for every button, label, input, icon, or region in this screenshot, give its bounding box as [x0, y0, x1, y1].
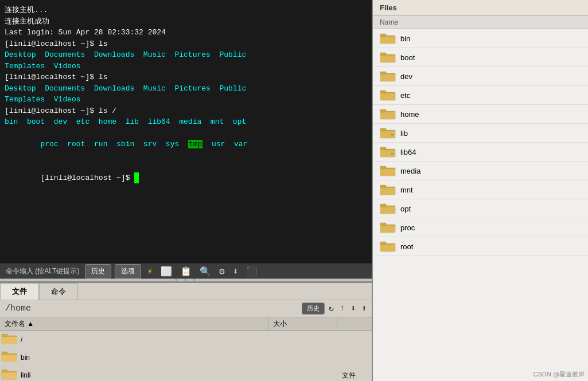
svg-rect-40	[380, 204, 386, 207]
rp-item-boot[interactable]: boot	[373, 48, 588, 67]
fm-row-extra-linli: 文件	[337, 371, 372, 380]
fm-folder-icon-root	[0, 332, 18, 347]
terminal-toolbar: 命令输入 (按ALT键提示) 历史 选项 ⚡ ⬜ 📋 🔍 ⚙ ⬇ ⬛	[0, 264, 372, 278]
fm-tabs: 文件 命令	[0, 283, 372, 300]
rp-item-bin[interactable]: bin	[373, 29, 588, 48]
svg-rect-5	[2, 352, 7, 355]
terminal-line-13: [linli@localhost ~]$	[5, 161, 367, 195]
fm-sync-icon[interactable]: ⬇	[349, 303, 357, 315]
rp-item-opt[interactable]: opt	[373, 199, 588, 218]
fm-row-linli[interactable]: linli 文件	[0, 367, 372, 381]
settings-icon[interactable]: ⚙	[217, 265, 227, 278]
file-manager: 文件 命令 /home 历史 ↻ ↑ ⬇ ⬆ 文件名 ▲ 大小	[0, 282, 372, 381]
toolbar-label: 命令输入 (按ALT键提示)	[6, 266, 79, 276]
terminal-line-6: Templates Videos	[5, 61, 367, 72]
svg-rect-42	[380, 226, 395, 233]
fm-upload-icon[interactable]: ⬆	[360, 303, 368, 315]
svg-rect-16	[380, 74, 395, 81]
svg-rect-11	[380, 34, 386, 37]
rp-item-root[interactable]: root	[373, 237, 588, 256]
svg-rect-22	[380, 112, 395, 119]
fm-row-root[interactable]: /	[0, 331, 372, 349]
terminal-line-10: [linli@localhost ~]$ ls /	[5, 105, 367, 117]
fm-row-name-linli: linli	[18, 371, 268, 379]
rp-item-home[interactable]: home	[373, 105, 588, 124]
terminal[interactable]: 连接主机... 连接主机成功 Last login: Sun Apr 28 02…	[0, 0, 372, 264]
watermark: CSDN @星途彼岸	[534, 370, 585, 379]
svg-text:▼: ▼	[390, 133, 394, 137]
lightning-icon[interactable]: ⚡	[145, 265, 155, 278]
rp-list[interactable]: bin boot dev	[373, 29, 588, 381]
svg-rect-1	[2, 337, 17, 344]
fm-row-name-bin: bin	[18, 353, 268, 362]
fm-toolbar: /home 历史 ↻ ↑ ⬇ ⬆	[0, 300, 372, 317]
paste-icon[interactable]: 📋	[178, 265, 194, 278]
rp-item-name-home: home	[400, 110, 419, 119]
rp-item-name-dev: dev	[400, 72, 412, 81]
svg-rect-30	[380, 147, 386, 150]
svg-rect-34	[380, 166, 386, 169]
rp-item-dev[interactable]: dev	[373, 67, 588, 86]
svg-rect-36	[380, 188, 395, 195]
history-button[interactable]: 历史	[85, 264, 111, 278]
svg-rect-26	[380, 128, 386, 131]
fm-path-display: /home	[3, 303, 33, 314]
svg-text:▼: ▼	[390, 152, 394, 156]
terminal-line-8: Desktop Documents Downloads Music Pictur…	[5, 83, 367, 95]
left-panel: 连接主机... 连接主机成功 Last login: Sun Apr 28 02…	[0, 0, 372, 381]
rp-item-proc[interactable]: proc	[373, 218, 588, 237]
rp-item-name-opt: opt	[400, 205, 411, 213]
terminal-line-2: 连接主机成功	[5, 16, 367, 28]
terminal-line-7: [linli@localhost ~]$ ls	[5, 72, 367, 83]
terminal-line-11: bin boot dev etc home lib lib64 media mn…	[5, 116, 367, 128]
rp-item-lib[interactable]: ▼ lib	[373, 124, 588, 143]
copy-icon[interactable]: ⬜	[158, 265, 174, 278]
options-button[interactable]: 选项	[115, 264, 141, 278]
search-icon[interactable]: 🔍	[197, 265, 213, 278]
rp-column-header: Name	[373, 16, 588, 29]
fm-refresh-icon[interactable]: ↻	[327, 303, 336, 315]
fm-col-name-header[interactable]: 文件名 ▲	[0, 317, 268, 331]
rp-item-etc[interactable]: etc	[373, 86, 588, 105]
fm-row-bin[interactable]: bin	[0, 349, 372, 367]
svg-rect-13	[380, 56, 395, 62]
fm-table-header: 文件名 ▲ 大小	[0, 317, 372, 331]
rp-item-name-bin: bin	[400, 34, 410, 43]
svg-rect-19	[380, 93, 395, 100]
tab-files[interactable]: 文件	[0, 283, 39, 300]
fm-up-icon[interactable]: ↑	[338, 303, 346, 314]
fm-folder-icon-linli	[0, 368, 18, 381]
rp-item-name-media: media	[400, 167, 420, 175]
svg-rect-10	[380, 37, 395, 44]
rp-item-name-root: root	[400, 242, 413, 251]
svg-rect-23	[380, 109, 386, 112]
fm-row-name-root: /	[18, 336, 268, 344]
fm-col-size-header: 大小	[268, 317, 337, 331]
rp-item-mnt[interactable]: mnt	[373, 180, 588, 199]
fm-rows: / bin	[0, 331, 372, 381]
rp-item-media[interactable]: media	[373, 162, 588, 180]
rp-item-name-etc: etc	[400, 91, 410, 100]
rp-header: Files	[373, 0, 588, 16]
tab-command[interactable]: 命令	[39, 283, 78, 300]
rp-item-lib64[interactable]: ▼ lib64	[373, 143, 588, 162]
right-panel: Files Name bin boot	[372, 0, 588, 381]
rp-item-name-lib: lib	[400, 129, 408, 138]
tmp-highlight: tmp	[188, 140, 203, 148]
terminal-line-12: proc root run sbin srv sys tmp usr var	[5, 128, 367, 162]
fm-history-button[interactable]: 历史	[302, 303, 325, 315]
svg-rect-39	[380, 207, 395, 214]
svg-rect-8	[2, 370, 7, 372]
main-container: 连接主机... 连接主机成功 Last login: Sun Apr 28 02…	[0, 0, 588, 381]
rp-item-name-mnt: mnt	[400, 186, 413, 194]
terminal-line-9: Templates Videos	[5, 94, 367, 105]
screen-icon[interactable]: ⬛	[244, 265, 260, 278]
svg-rect-4	[2, 355, 17, 362]
fm-col-extra-header	[337, 317, 372, 331]
terminal-line-3: Last login: Sun Apr 28 02:33:32 2024	[5, 27, 367, 38]
terminal-line-5: Desktop Documents Downloads Music Pictur…	[5, 49, 367, 61]
download-icon[interactable]: ⬇	[231, 265, 241, 278]
fm-folder-icon-bin	[0, 350, 18, 365]
rp-item-name-lib64: lib64	[400, 148, 416, 156]
rp-item-name-proc: proc	[400, 223, 415, 232]
